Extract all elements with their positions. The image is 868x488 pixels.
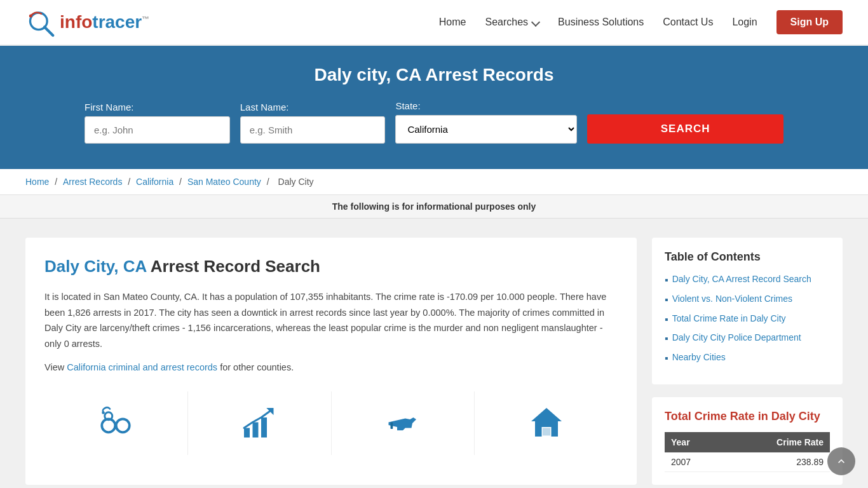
svg-rect-11 [261, 417, 267, 438]
table-row: 2007 238.89 [665, 452, 830, 472]
svg-rect-9 [244, 428, 250, 437]
breadcrumb-arrest[interactable]: Arrest Records [63, 177, 122, 187]
scroll-top-button[interactable] [827, 447, 855, 475]
view-prefix: View [44, 362, 67, 372]
state-group: State: California AlabamaAlaskaArizona A… [395, 100, 577, 144]
state-label: State: [395, 100, 577, 111]
article-title: Daly City, CA Arrest Record Search [44, 257, 618, 276]
toc-link-3[interactable]: Total Crime Rate in Daly City [672, 313, 786, 323]
view-line: View California criminal and arrest reco… [44, 362, 618, 372]
last-name-input[interactable] [240, 116, 386, 144]
icons-row [44, 391, 618, 455]
toc-link-5[interactable]: Nearby Cities [672, 352, 726, 362]
svg-rect-10 [253, 422, 259, 437]
gun-icon-cell [332, 391, 475, 455]
toc-box: Table of Contents Daly City, CA Arrest R… [652, 238, 843, 384]
col-rate: Crime Rate [723, 432, 830, 452]
search-form: First Name: Last Name: State: California… [85, 100, 783, 144]
nav-home[interactable]: Home [439, 17, 466, 28]
toc-item-3: Total Crime Rate in Daly City [665, 313, 830, 327]
article-title-rest: Arrest Record Search [151, 257, 320, 276]
ca-records-link[interactable]: California criminal and arrest records [67, 362, 217, 372]
nav-business[interactable]: Business Solutions [558, 17, 644, 28]
main-content: Daly City, CA Arrest Record Search It is… [0, 219, 868, 488]
sidebar: Table of Contents Daly City, CA Arrest R… [652, 238, 843, 485]
nav-contact[interactable]: Contact Us [663, 17, 713, 28]
breadcrumb-city: Daly City [278, 177, 314, 187]
toc-title: Table of Contents [665, 250, 830, 264]
article-city-name: Daly City, CA [44, 257, 146, 276]
logo-info-text: info [60, 12, 92, 32]
breadcrumb-home[interactable]: Home [25, 177, 49, 187]
toc-list: Daly City, CA Arrest Record Search Viole… [665, 274, 830, 365]
svg-rect-16 [543, 428, 550, 435]
house-icon [527, 404, 566, 442]
gun-icon [384, 404, 422, 442]
chart-icon [240, 404, 278, 442]
toc-link-2[interactable]: Violent vs. Non-Violent Crimes [672, 294, 792, 304]
logo-tm: ™ [142, 15, 149, 24]
toc-item-1: Daly City, CA Arrest Record Search [665, 274, 830, 287]
toc-item-4: Daly City City Police Department [665, 332, 830, 346]
cell-rate: 238.89 [723, 452, 830, 472]
first-name-label: First Name: [85, 102, 230, 112]
breadcrumb-state[interactable]: California [136, 177, 173, 187]
first-name-group: First Name: [85, 102, 230, 144]
logo-tracer-text: tracer [92, 12, 142, 32]
breadcrumb-county[interactable]: San Mateo County [187, 177, 261, 187]
cell-year: 2007 [665, 452, 723, 472]
search-button[interactable]: SEARCH [587, 114, 783, 144]
nav-searches[interactable]: Searches [485, 17, 539, 28]
chevron-up-icon [835, 455, 848, 468]
main-nav: Home Searches Business Solutions Contact… [439, 10, 843, 34]
crime-rate-table: Year Crime Rate 2007 238.89 [665, 432, 830, 472]
info-bar-text: The following is for informational purpo… [332, 201, 536, 212]
searches-chevron-icon [531, 18, 540, 27]
last-name-label: Last Name: [240, 102, 386, 112]
toc-item-5: Nearby Cities [665, 352, 830, 365]
toc-link-4[interactable]: Daly City City Police Department [672, 332, 801, 342]
col-year: Year [665, 432, 723, 452]
crime-rate-title: Total Crime Rate in Daly City [665, 410, 830, 423]
article-section: Daly City, CA Arrest Record Search It is… [25, 238, 637, 485]
svg-point-4 [116, 419, 130, 432]
hero-section: Daly city, CA Arrest Records First Name:… [0, 46, 868, 169]
logo-icon [25, 6, 57, 38]
crime-rate-box: Total Crime Rate in Daly City Year Crime… [652, 397, 843, 485]
house-icon-cell [475, 391, 618, 455]
toc-link-1[interactable]: Daly City, CA Arrest Record Search [672, 274, 811, 284]
svg-point-3 [102, 419, 116, 432]
first-name-input[interactable] [85, 116, 230, 144]
info-bar: The following is for informational purpo… [0, 195, 868, 219]
svg-point-8 [102, 411, 105, 414]
view-suffix: for other counties. [217, 362, 294, 372]
article-body: It is located in San Mateo County, CA. I… [44, 289, 618, 352]
handcuffs-icon [97, 404, 135, 442]
svg-line-1 [44, 27, 53, 36]
state-select[interactable]: California AlabamaAlaskaArizona Arkansas… [395, 115, 577, 144]
svg-point-2 [29, 15, 32, 18]
chart-icon-cell [188, 391, 332, 455]
signup-button[interactable]: Sign Up [776, 10, 843, 34]
svg-rect-13 [390, 422, 393, 429]
logo: infotracer™ [25, 6, 149, 38]
header: infotracer™ Home Searches Business Solut… [0, 0, 868, 46]
hero-title: Daly city, CA Arrest Records [25, 65, 843, 85]
nav-login[interactable]: Login [732, 17, 757, 28]
last-name-group: Last Name: [240, 102, 386, 144]
toc-item-2: Violent vs. Non-Violent Crimes [665, 294, 830, 307]
handcuffs-icon-cell [44, 391, 188, 455]
breadcrumb: Home / Arrest Records / California / San… [0, 169, 868, 195]
